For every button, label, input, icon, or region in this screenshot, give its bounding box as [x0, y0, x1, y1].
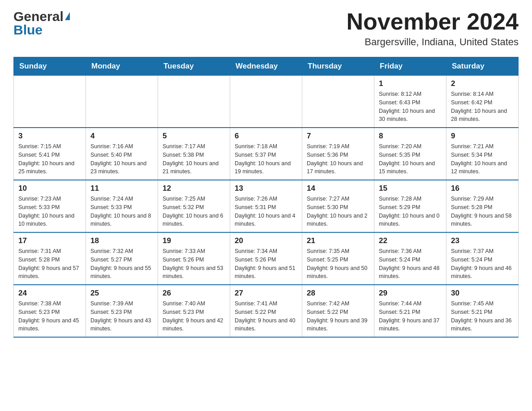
day-info: Sunrise: 7:35 AMSunset: 5:25 PMDaylight:…	[307, 247, 369, 281]
day-info: Sunrise: 7:25 AMSunset: 5:32 PMDaylight:…	[163, 195, 225, 228]
day-number: 16	[451, 184, 514, 193]
day-info: Sunrise: 7:27 AMSunset: 5:30 PMDaylight:…	[307, 195, 369, 228]
table-row: 1Sunrise: 8:12 AMSunset: 6:43 PMDaylight…	[374, 76, 446, 128]
day-number: 29	[379, 289, 442, 298]
table-row	[158, 76, 230, 128]
day-number: 17	[18, 236, 81, 245]
day-info: Sunrise: 7:37 AMSunset: 5:24 PMDaylight:…	[451, 247, 514, 281]
table-row	[86, 76, 158, 128]
table-row: 21Sunrise: 7:35 AMSunset: 5:25 PMDayligh…	[302, 232, 374, 285]
table-row: 8Sunrise: 7:20 AMSunset: 5:35 PMDaylight…	[374, 128, 446, 180]
table-row: 20Sunrise: 7:34 AMSunset: 5:26 PMDayligh…	[230, 232, 302, 285]
day-info: Sunrise: 7:34 AMSunset: 5:26 PMDaylight:…	[235, 247, 297, 281]
day-info: Sunrise: 7:26 AMSunset: 5:31 PMDaylight:…	[235, 195, 297, 228]
calendar-table: Sunday Monday Tuesday Wednesday Thursday…	[13, 57, 519, 338]
header-thursday: Thursday	[302, 57, 374, 76]
calendar-week-row: 10Sunrise: 7:23 AMSunset: 5:33 PMDayligh…	[14, 180, 519, 232]
table-row: 27Sunrise: 7:41 AMSunset: 5:22 PMDayligh…	[230, 285, 302, 337]
weekday-header-row: Sunday Monday Tuesday Wednesday Thursday…	[14, 57, 519, 76]
day-number: 15	[379, 184, 442, 193]
day-info: Sunrise: 7:15 AMSunset: 5:41 PMDaylight:…	[18, 142, 81, 176]
table-row: 30Sunrise: 7:45 AMSunset: 5:21 PMDayligh…	[446, 285, 519, 337]
day-info: Sunrise: 7:23 AMSunset: 5:33 PMDaylight:…	[18, 195, 81, 228]
day-info: Sunrise: 7:42 AMSunset: 5:22 PMDaylight:…	[307, 300, 369, 333]
day-info: Sunrise: 7:31 AMSunset: 5:28 PMDaylight:…	[18, 247, 81, 281]
day-number: 2	[451, 79, 514, 88]
day-info: Sunrise: 7:38 AMSunset: 5:23 PMDaylight:…	[18, 300, 81, 333]
table-row: 9Sunrise: 7:21 AMSunset: 5:34 PMDaylight…	[446, 128, 519, 180]
day-info: Sunrise: 7:19 AMSunset: 5:36 PMDaylight:…	[307, 142, 369, 176]
day-info: Sunrise: 7:32 AMSunset: 5:27 PMDaylight:…	[90, 247, 153, 281]
header-sunday: Sunday	[14, 57, 86, 76]
header-friday: Friday	[374, 57, 446, 76]
day-info: Sunrise: 7:36 AMSunset: 5:24 PMDaylight:…	[379, 247, 442, 281]
day-number: 23	[451, 236, 514, 245]
day-number: 27	[235, 289, 297, 298]
table-row: 19Sunrise: 7:33 AMSunset: 5:26 PMDayligh…	[158, 232, 230, 285]
day-info: Sunrise: 7:41 AMSunset: 5:22 PMDaylight:…	[235, 300, 297, 333]
table-row: 11Sunrise: 7:24 AMSunset: 5:33 PMDayligh…	[86, 180, 158, 232]
day-info: Sunrise: 7:39 AMSunset: 5:23 PMDaylight:…	[90, 300, 153, 333]
day-info: Sunrise: 7:40 AMSunset: 5:23 PMDaylight:…	[163, 300, 225, 333]
month-title: November 2024	[347, 9, 519, 34]
day-number: 18	[90, 236, 153, 245]
day-info: Sunrise: 8:14 AMSunset: 6:42 PMDaylight:…	[451, 90, 514, 124]
table-row: 6Sunrise: 7:18 AMSunset: 5:37 PMDaylight…	[230, 128, 302, 180]
calendar-week-row: 24Sunrise: 7:38 AMSunset: 5:23 PMDayligh…	[14, 285, 519, 337]
day-number: 30	[451, 289, 514, 298]
day-number: 14	[307, 184, 369, 193]
day-number: 4	[90, 132, 153, 141]
table-row: 25Sunrise: 7:39 AMSunset: 5:23 PMDayligh…	[86, 285, 158, 337]
table-row: 15Sunrise: 7:28 AMSunset: 5:29 PMDayligh…	[374, 180, 446, 232]
day-number: 10	[18, 184, 81, 193]
day-number: 28	[307, 289, 369, 298]
day-number: 6	[235, 132, 297, 141]
table-row: 28Sunrise: 7:42 AMSunset: 5:22 PMDayligh…	[302, 285, 374, 337]
table-row: 10Sunrise: 7:23 AMSunset: 5:33 PMDayligh…	[14, 180, 86, 232]
day-number: 25	[90, 289, 153, 298]
day-number: 21	[307, 236, 369, 245]
header-wednesday: Wednesday	[230, 57, 302, 76]
day-info: Sunrise: 7:24 AMSunset: 5:33 PMDaylight:…	[90, 195, 153, 228]
logo-general: General	[13, 9, 64, 24]
title-area: November 2024 Bargersville, Indiana, Uni…	[347, 9, 519, 48]
day-info: Sunrise: 7:18 AMSunset: 5:37 PMDaylight:…	[235, 142, 297, 176]
table-row	[230, 76, 302, 128]
table-row: 3Sunrise: 7:15 AMSunset: 5:41 PMDaylight…	[14, 128, 86, 180]
calendar-week-row: 1Sunrise: 8:12 AMSunset: 6:43 PMDaylight…	[14, 76, 519, 128]
day-info: Sunrise: 7:21 AMSunset: 5:34 PMDaylight:…	[451, 142, 514, 176]
day-info: Sunrise: 7:45 AMSunset: 5:21 PMDaylight:…	[451, 300, 514, 333]
day-number: 26	[163, 289, 225, 298]
calendar-week-row: 3Sunrise: 7:15 AMSunset: 5:41 PMDaylight…	[14, 128, 519, 180]
table-row: 22Sunrise: 7:36 AMSunset: 5:24 PMDayligh…	[374, 232, 446, 285]
location-title: Bargersville, Indiana, United States	[347, 36, 519, 48]
day-number: 12	[163, 184, 225, 193]
header-saturday: Saturday	[446, 57, 519, 76]
table-row: 18Sunrise: 7:32 AMSunset: 5:27 PMDayligh…	[86, 232, 158, 285]
day-info: Sunrise: 7:16 AMSunset: 5:40 PMDaylight:…	[90, 142, 153, 176]
table-row: 12Sunrise: 7:25 AMSunset: 5:32 PMDayligh…	[158, 180, 230, 232]
table-row: 16Sunrise: 7:29 AMSunset: 5:28 PMDayligh…	[446, 180, 519, 232]
table-row	[14, 76, 86, 128]
day-info: Sunrise: 7:29 AMSunset: 5:28 PMDaylight:…	[451, 195, 514, 228]
logo-blue-text: Blue	[13, 22, 43, 38]
logo-triangle-icon	[65, 12, 70, 20]
day-info: Sunrise: 7:20 AMSunset: 5:35 PMDaylight:…	[379, 142, 442, 176]
table-row: 23Sunrise: 7:37 AMSunset: 5:24 PMDayligh…	[446, 232, 519, 285]
day-info: Sunrise: 8:12 AMSunset: 6:43 PMDaylight:…	[379, 90, 442, 124]
table-row: 17Sunrise: 7:31 AMSunset: 5:28 PMDayligh…	[14, 232, 86, 285]
logo: General Blue	[13, 9, 70, 38]
calendar-week-row: 17Sunrise: 7:31 AMSunset: 5:28 PMDayligh…	[14, 232, 519, 285]
table-row: 14Sunrise: 7:27 AMSunset: 5:30 PMDayligh…	[302, 180, 374, 232]
day-number: 9	[451, 132, 514, 141]
day-info: Sunrise: 7:28 AMSunset: 5:29 PMDaylight:…	[379, 195, 442, 228]
day-number: 22	[379, 236, 442, 245]
day-number: 11	[90, 184, 153, 193]
logo-text: General	[13, 9, 70, 24]
header-tuesday: Tuesday	[158, 57, 230, 76]
table-row: 13Sunrise: 7:26 AMSunset: 5:31 PMDayligh…	[230, 180, 302, 232]
day-info: Sunrise: 7:44 AMSunset: 5:21 PMDaylight:…	[379, 300, 442, 333]
table-row: 4Sunrise: 7:16 AMSunset: 5:40 PMDaylight…	[86, 128, 158, 180]
header-monday: Monday	[86, 57, 158, 76]
day-number: 5	[163, 132, 225, 141]
